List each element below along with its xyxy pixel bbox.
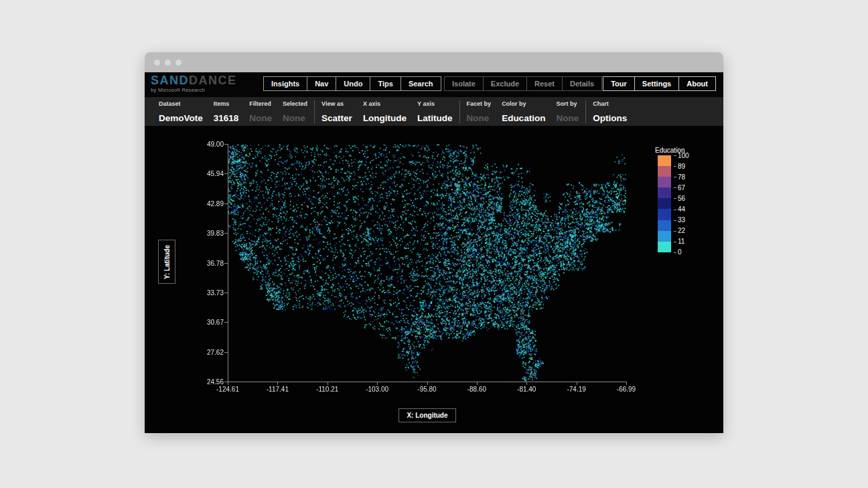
- field-items[interactable]: Items31618: [214, 100, 239, 123]
- field-value: 31618: [214, 113, 239, 123]
- x-axis-tick-label: -88.60: [457, 386, 497, 393]
- selection-details-button[interactable]: Details: [562, 76, 602, 91]
- x-axis-label-button[interactable]: X: Longitude: [399, 408, 456, 422]
- legend-color-band[interactable]: [658, 209, 671, 220]
- menu-tips-button[interactable]: Tips: [370, 76, 401, 91]
- window-titlebar: [145, 52, 723, 72]
- legend-tick-label[interactable]: 22: [678, 227, 685, 234]
- legend-tick-label[interactable]: 56: [678, 195, 685, 202]
- field-sort-by[interactable]: Sort byNone: [556, 100, 579, 123]
- legend-color-band[interactable]: [658, 231, 671, 242]
- field-y-axis[interactable]: Y axisLatitude: [417, 100, 453, 123]
- field-selected[interactable]: SelectedNone: [283, 100, 307, 123]
- fields-toolbar: DatasetDemoVoteItems31618FilteredNoneSel…: [145, 97, 723, 126]
- x-axis-tick: [228, 382, 228, 385]
- y-axis-tick-label: 39.83: [184, 230, 224, 237]
- legend-color-band[interactable]: [658, 187, 671, 198]
- field-group: Facet byNoneColor byEducationSort byNone: [459, 100, 586, 123]
- y-axis-tick: [224, 352, 228, 353]
- y-axis-tick-label: 27.62: [184, 349, 224, 356]
- legend-color-band[interactable]: [658, 155, 671, 166]
- menu-search-button[interactable]: Search: [401, 76, 441, 91]
- y-axis-tick: [224, 233, 228, 234]
- field-view-as[interactable]: View asScatter: [321, 100, 352, 123]
- legend-tick: [674, 242, 676, 242]
- y-axis-label-button[interactable]: Y: Latitude: [158, 240, 175, 284]
- legend-tick: [674, 177, 676, 177]
- x-axis-tick: [626, 382, 627, 385]
- legend-tick-label[interactable]: 11: [678, 238, 684, 245]
- menu-nav-button[interactable]: Nav: [307, 76, 336, 91]
- help-tour-button[interactable]: Tour: [603, 76, 635, 91]
- legend-tick: [674, 210, 676, 210]
- legend-tick-label[interactable]: 67: [678, 184, 685, 191]
- legend-tick-label[interactable]: 44: [678, 206, 685, 213]
- field-value: Longitude: [363, 113, 407, 123]
- legend-tick: [674, 187, 676, 188]
- logo-sand: SAND: [151, 74, 189, 87]
- x-axis-tick: [328, 382, 328, 385]
- legend-tick-label[interactable]: 89: [678, 163, 685, 170]
- window-control-dot[interactable]: [154, 60, 160, 66]
- legend-tick-label[interactable]: 78: [678, 173, 685, 181]
- field-facet-by[interactable]: Facet byNone: [467, 100, 492, 123]
- field-value: Education: [502, 113, 545, 123]
- selection-isolate-button[interactable]: Isolate: [444, 76, 484, 91]
- legend-color-band[interactable]: [658, 198, 671, 209]
- legend-tick: [674, 155, 676, 156]
- selection-exclude-button[interactable]: Exclude: [483, 76, 527, 91]
- main-menu-group: InsightsNavUndoTipsSearch: [264, 76, 441, 91]
- window-control-dot[interactable]: [165, 60, 171, 66]
- x-axis-tick-label: -74.19: [557, 386, 597, 393]
- legend-tick: [674, 231, 676, 232]
- x-axis-tick-label: -103.00: [357, 386, 397, 393]
- scatter-canvas[interactable]: [228, 144, 626, 382]
- field-value: None: [283, 113, 307, 123]
- x-axis-tick-label: -95.80: [407, 386, 447, 393]
- x-axis-label: X: Longitude: [407, 412, 447, 419]
- field-label: Color by: [502, 100, 545, 107]
- field-label: Facet by: [467, 100, 492, 107]
- x-axis-tick: [526, 382, 527, 385]
- legend-tick-label[interactable]: 100: [678, 152, 689, 159]
- window-control-dot[interactable]: [175, 60, 182, 66]
- field-value: Options: [593, 113, 627, 123]
- y-axis-label: Y: Latitude: [163, 245, 171, 279]
- y-axis-tick: [224, 263, 228, 264]
- legend-tick-label[interactable]: 33: [678, 216, 685, 224]
- x-axis-tick-label: -117.41: [257, 386, 297, 393]
- legend-color-band[interactable]: [658, 220, 671, 231]
- legend-color-band[interactable]: [658, 177, 671, 187]
- help-settings-button[interactable]: Settings: [634, 76, 679, 91]
- menu-insights-button[interactable]: Insights: [263, 76, 307, 91]
- menu-undo-button[interactable]: Undo: [336, 76, 370, 91]
- y-axis-line: [228, 144, 228, 382]
- legend-color-band[interactable]: [658, 166, 671, 177]
- field-color-by[interactable]: Color byEducation: [502, 100, 545, 123]
- field-label: Y axis: [417, 100, 453, 107]
- field-x-axis[interactable]: X axisLongitude: [363, 100, 407, 123]
- y-axis-tick-label: 33.73: [184, 289, 224, 297]
- legend-tick: [674, 220, 676, 221]
- y-axis-tick-label: 49.00: [184, 141, 224, 148]
- y-axis-tick: [224, 322, 228, 323]
- field-dataset[interactable]: DatasetDemoVote: [159, 100, 203, 123]
- x-axis-tick: [377, 382, 378, 385]
- field-label: X axis: [363, 100, 407, 107]
- help-about-button[interactable]: About: [678, 76, 716, 91]
- legend-color-bar: 10089786756443322110: [658, 155, 671, 252]
- selection-actions-group: IsolateExcludeResetDetails: [445, 76, 602, 91]
- y-axis-tick-label: 36.78: [184, 260, 224, 267]
- field-chart[interactable]: ChartOptions: [593, 100, 627, 123]
- x-axis-tick: [277, 382, 278, 385]
- y-axis-tick: [224, 144, 228, 145]
- x-axis-tick-label: -124.61: [208, 386, 248, 393]
- sanddance-logo: SANDDANCE by Microsoft Research: [151, 74, 237, 93]
- legend-color-band[interactable]: [658, 242, 671, 252]
- field-label: Filtered: [249, 100, 272, 107]
- legend-tick-label[interactable]: 0: [678, 248, 682, 256]
- legend-tick: [674, 252, 676, 253]
- x-axis-tick: [477, 382, 478, 385]
- field-filtered[interactable]: FilteredNone: [249, 100, 272, 123]
- selection-reset-button[interactable]: Reset: [526, 76, 563, 91]
